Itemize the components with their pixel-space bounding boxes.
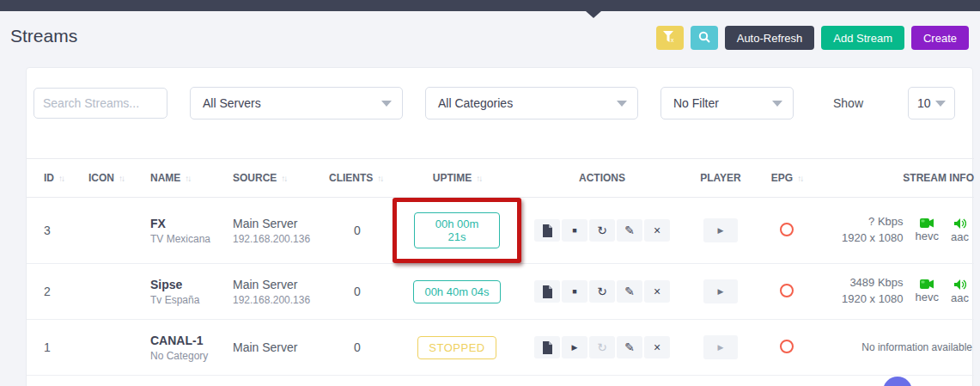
video-codec-label: hevc — [916, 291, 939, 303]
col-name: NAME↑↓ — [143, 159, 226, 198]
auto-refresh-button[interactable]: Auto-Refresh — [725, 26, 815, 50]
col-clients: CLIENTS↑↓ — [322, 159, 393, 198]
play-stream-button[interactable]: ▶ — [703, 218, 738, 242]
stream-resolution: 1920 x 1080 — [842, 230, 904, 247]
page-title: Streams — [10, 26, 77, 46]
stream-icon-cell — [82, 320, 143, 376]
server-select-value: All Servers — [203, 96, 261, 110]
stream-icon-cell — [82, 264, 143, 320]
filters-bar: All Servers All Categories No Filter Sho… — [33, 87, 965, 119]
category-select[interactable]: All Categories — [425, 87, 638, 119]
stream-actions-cell: ■ ↻ ✎ × — [521, 264, 683, 320]
sort-icon[interactable]: ↑↓ — [281, 174, 286, 183]
page-header: Streams x Auto-Refresh Add Stream Create — [0, 11, 980, 67]
copy-button[interactable] — [534, 219, 560, 242]
uptime-badge: 00h 40m 04s — [413, 280, 500, 303]
stream-server: Main Server — [233, 278, 322, 291]
search-button[interactable] — [691, 26, 718, 50]
col-actions: ACTIONS — [521, 159, 683, 198]
show-label: Show — [833, 96, 863, 110]
epg-status-icon — [780, 223, 794, 236]
search-input[interactable] — [33, 88, 167, 119]
page-size-select[interactable]: 10 — [908, 87, 955, 119]
stream-source-cell: Main Server — [226, 320, 322, 376]
stream-info-cell: No information available — [815, 320, 974, 376]
video-codec-label: hevc — [916, 230, 939, 242]
restart-button[interactable]: ↻ — [589, 219, 615, 242]
server-select[interactable]: All Servers — [190, 87, 403, 119]
edit-button[interactable]: ✎ — [617, 336, 642, 358]
audio-codec-icon — [951, 218, 969, 229]
delete-button[interactable]: × — [644, 219, 670, 242]
stream-resolution: 1920 x 1080 — [842, 291, 904, 308]
col-stream-info: STREAM INFO — [815, 159, 974, 198]
chevron-down-icon — [935, 101, 946, 107]
stream-source-cell: Main Server 192.168.200.136 — [226, 264, 322, 320]
category-select-value: All Categories — [438, 96, 513, 110]
top-navbar — [0, 0, 980, 11]
epg-cell — [758, 264, 815, 320]
stream-name-cell: CANAL-1 No Category — [143, 320, 226, 376]
restart-button[interactable]: ↻ — [589, 280, 615, 303]
copy-button[interactable] — [534, 280, 560, 303]
stream-name-cell: FX TV Mexicana — [143, 198, 226, 264]
annotation-highlight: 00h 00m 21s — [393, 198, 521, 263]
stream-id: 2 — [27, 264, 82, 320]
copy-button[interactable] — [534, 336, 560, 358]
player-cell: ▶ — [683, 264, 758, 320]
stream-name: Sipse — [150, 278, 226, 291]
sort-icon[interactable]: ↑↓ — [797, 174, 802, 183]
uptime-badge: 00h 00m 21s — [414, 212, 500, 248]
stream-server: Main Server — [233, 217, 322, 230]
stream-source-cell: Main Server 192.168.200.136 — [226, 198, 322, 264]
stream-actions-cell: ■ ↻ ✎ × — [521, 198, 683, 264]
stream-server: Main Server — [233, 340, 322, 354]
header-buttons: x Auto-Refresh Add Stream Create — [656, 26, 969, 50]
epg-status-icon — [780, 340, 794, 353]
sort-icon[interactable]: ↑↓ — [119, 174, 124, 183]
stream-bitrate: ? Kbps — [842, 214, 904, 230]
epg-cell — [758, 198, 815, 264]
epg-status-icon — [780, 284, 794, 297]
edit-button[interactable]: ✎ — [617, 219, 642, 242]
table-row: 1 CANAL-1 No Category Main Server 0 STOP… — [27, 320, 974, 376]
epg-cell — [758, 320, 815, 376]
stream-clients: 0 — [322, 198, 393, 264]
stream-clients: 0 — [322, 264, 393, 320]
stream-name-cell: Sipse Tv España — [143, 264, 226, 320]
delete-button[interactable]: × — [644, 336, 670, 358]
col-player: PLAYER — [683, 159, 758, 198]
audio-codec-icon — [951, 279, 969, 290]
play-stream-button[interactable]: ▶ — [703, 279, 738, 303]
sort-icon[interactable]: ↑↓ — [185, 174, 190, 183]
stream-icon-cell — [82, 198, 143, 264]
clear-filter-button[interactable]: x — [656, 26, 684, 50]
svg-text:x: x — [671, 37, 674, 43]
delete-button[interactable]: × — [644, 280, 670, 303]
play-stream-button[interactable]: ▶ — [703, 335, 738, 359]
filter-select-value: No Filter — [673, 96, 719, 110]
stream-bitrate: 3489 Kbps — [842, 275, 904, 291]
stream-ip: 192.168.200.136 — [233, 294, 322, 306]
stop-button[interactable]: ■ — [562, 280, 587, 303]
search-icon — [698, 31, 710, 46]
col-uptime: UPTIME↑↓ — [393, 159, 521, 198]
video-codec-icon — [916, 218, 939, 228]
sort-icon[interactable]: ↑↓ — [476, 174, 481, 183]
stream-id: 3 — [27, 198, 82, 264]
stream-uptime-cell: STOPPED — [393, 320, 521, 376]
stop-button[interactable]: ■ — [562, 219, 587, 242]
create-button[interactable]: Create — [911, 26, 969, 50]
sort-icon[interactable]: ↑↓ — [377, 174, 382, 183]
edit-button[interactable]: ✎ — [617, 280, 642, 303]
sort-icon[interactable]: ↑↓ — [58, 174, 64, 183]
page-size-value: 10 — [917, 96, 931, 110]
col-icon: ICON↑↓ — [82, 159, 143, 198]
stream-name: CANAL-1 — [150, 334, 226, 347]
filter-select[interactable]: No Filter — [660, 87, 794, 119]
video-codec-icon — [916, 279, 939, 289]
add-stream-button[interactable]: Add Stream — [821, 26, 904, 50]
start-button[interactable]: ▶ — [562, 336, 587, 358]
streams-card: All Servers All Categories No Filter Sho… — [26, 67, 973, 386]
stream-uptime-cell: 00h 40m 04s — [393, 264, 521, 320]
